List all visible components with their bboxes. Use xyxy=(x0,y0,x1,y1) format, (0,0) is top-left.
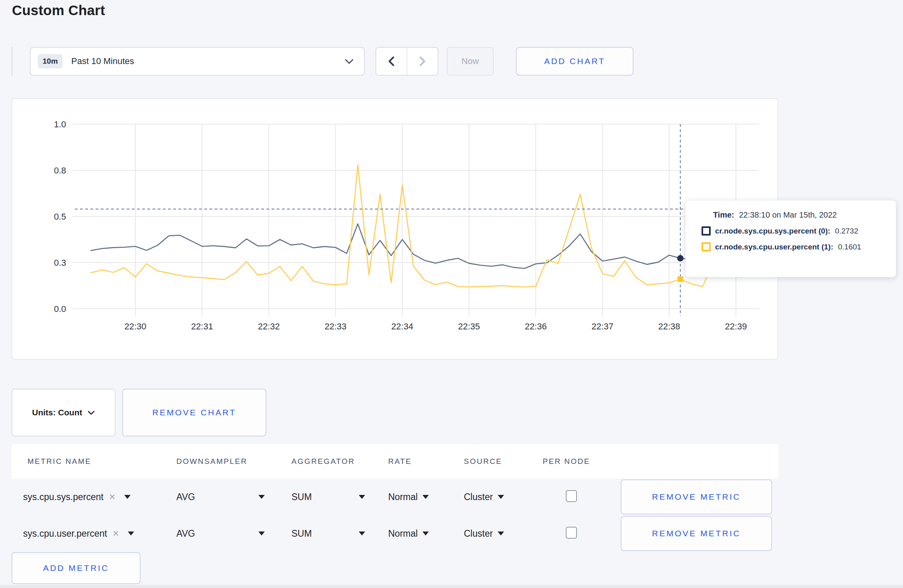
source-value: Cluster xyxy=(464,492,493,502)
x-axis-tick-label: 22:31 xyxy=(191,321,213,331)
per-node-checkbox[interactable] xyxy=(566,527,577,539)
time-range-dropdown[interactable]: 10m Past 10 Minutes xyxy=(30,47,365,76)
y-axis-tick-label: 0.3 xyxy=(54,258,66,268)
tooltip-series-row: cr.node.sys.cpu.sys.percent (0): 0.2732 xyxy=(702,226,896,236)
column-header-aggregator: AGGREGATOR xyxy=(291,457,388,466)
caret-down-icon xyxy=(498,495,504,499)
tooltip-time-row: Time: 22:38:10 on Mar 15th, 2022 xyxy=(702,210,896,220)
x-axis-tick-label: 22:36 xyxy=(525,321,547,331)
metric-row: sys.cpu.user.percent × AVG SUM Normal Cl… xyxy=(12,515,778,552)
rate-value: Normal xyxy=(388,492,418,502)
column-header-downsampler: DOWNSAMPLER xyxy=(176,457,291,466)
add-metric-button[interactable]: ADD METRIC xyxy=(12,552,141,584)
caret-down-icon xyxy=(258,532,265,535)
caret-down-icon xyxy=(422,495,429,499)
per-node-checkbox[interactable] xyxy=(566,490,577,502)
y-axis-tick-label: 1.0 xyxy=(54,119,66,129)
downsampler-value: AVG xyxy=(176,492,195,502)
sys-series-swatch-icon xyxy=(702,226,711,236)
tooltip-series-name: cr.node.sys.cpu.user.percent (1): xyxy=(715,243,833,251)
units-label: Units: Count xyxy=(32,408,82,417)
tooltip-series-value: 0.2732 xyxy=(835,227,858,236)
aggregator-select[interactable]: SUM xyxy=(291,492,365,502)
close-icon[interactable]: × xyxy=(113,528,119,539)
caret-down-icon xyxy=(258,495,265,499)
x-axis-tick-label: 22:33 xyxy=(324,321,346,331)
caret-down-icon xyxy=(422,532,429,535)
caret-down-icon xyxy=(359,495,365,499)
step-forward-button[interactable] xyxy=(407,48,438,75)
metrics-table: METRIC NAME DOWNSAMPLER AGGREGATOR RATE … xyxy=(12,444,778,552)
metric-name-value[interactable]: sys.cpu.user.percent xyxy=(23,528,107,539)
close-icon[interactable]: × xyxy=(109,492,115,502)
caret-down-icon[interactable] xyxy=(128,532,134,535)
time-range-label: Past 10 Minutes xyxy=(71,56,134,66)
tooltip-time-label: Time: xyxy=(713,210,734,220)
aggregator-value: SUM xyxy=(291,528,312,539)
rate-select[interactable]: Normal xyxy=(388,528,464,539)
x-axis-tick-label: 22:32 xyxy=(258,321,280,331)
x-axis-tick-label: 22:34 xyxy=(391,321,413,331)
downsampler-select[interactable]: AVG xyxy=(176,492,265,502)
column-header-source: SOURCE xyxy=(464,457,543,466)
x-axis-tick-label: 22:35 xyxy=(458,321,480,331)
user-series-swatch-icon xyxy=(702,242,711,251)
column-header-metric-name: METRIC NAME xyxy=(12,457,176,466)
x-axis-tick-label: 22:37 xyxy=(592,321,614,331)
x-axis-tick-label: 22:39 xyxy=(725,321,747,331)
caret-down-icon[interactable] xyxy=(124,495,131,499)
step-back-button[interactable] xyxy=(376,48,407,75)
now-button[interactable]: Now xyxy=(447,47,494,76)
aggregator-select[interactable]: SUM xyxy=(291,528,365,539)
metrics-table-header: METRIC NAME DOWNSAMPLER AGGREGATOR RATE … xyxy=(12,444,778,479)
source-select[interactable]: Cluster xyxy=(464,492,543,502)
y-axis-tick-label: 0.0 xyxy=(54,304,66,314)
chevron-down-icon xyxy=(345,59,354,64)
aggregator-value: SUM xyxy=(291,492,312,502)
x-axis-tick-label: 22:30 xyxy=(124,321,146,331)
x-axis-tick-label: 22:38 xyxy=(658,321,680,331)
y-axis-tick-label: 0.5 xyxy=(54,212,66,222)
tooltip-series-name: cr.node.sys.cpu.sys.percent (0): xyxy=(715,227,830,236)
remove-metric-button[interactable]: REMOVE METRIC xyxy=(621,516,772,551)
chevron-right-icon xyxy=(418,56,426,66)
chart-hover-tooltip: Time: 22:38:10 on Mar 15th, 2022 cr.node… xyxy=(685,200,896,277)
caret-down-icon xyxy=(359,532,365,535)
bottom-edge-strip xyxy=(0,585,903,588)
chevron-left-icon xyxy=(387,56,395,66)
source-select[interactable]: Cluster xyxy=(464,528,543,539)
add-chart-button[interactable]: ADD CHART xyxy=(516,47,633,76)
column-header-per-node: PER NODE xyxy=(543,457,620,466)
caret-down-icon xyxy=(498,532,504,535)
rate-value: Normal xyxy=(388,528,418,539)
metrics-line-chart[interactable]: 0.00.30.50.81.022:3022:3122:3222:3322:34… xyxy=(12,99,778,359)
tooltip-series-value: 0.1601 xyxy=(838,243,861,251)
page-title: Custom Chart xyxy=(12,2,105,18)
tooltip-time-value: 22:38:10 on Mar 15th, 2022 xyxy=(739,210,837,220)
column-header-rate: RATE xyxy=(388,457,464,466)
chevron-down-icon xyxy=(88,411,95,415)
downsampler-select[interactable]: AVG xyxy=(176,528,265,539)
remove-metric-button[interactable]: REMOVE METRIC xyxy=(621,479,772,514)
rate-select[interactable]: Normal xyxy=(388,492,464,502)
metric-row: sys.cpu.sys.percent × AVG SUM Normal Clu… xyxy=(12,479,778,515)
time-step-buttons xyxy=(375,47,438,76)
source-value: Cluster xyxy=(464,528,493,539)
downsampler-value: AVG xyxy=(176,528,195,539)
y-axis-tick-label: 0.8 xyxy=(54,165,66,175)
time-range-badge: 10m xyxy=(38,54,63,68)
metric-name-value[interactable]: sys.cpu.sys.percent xyxy=(23,492,104,502)
left-divider xyxy=(12,47,12,76)
units-dropdown[interactable]: Units: Count xyxy=(12,389,115,436)
custom-chart-card: 0.00.30.50.81.022:3022:3122:3222:3322:34… xyxy=(12,98,778,360)
remove-chart-button[interactable]: REMOVE CHART xyxy=(122,389,266,436)
tooltip-series-row: cr.node.sys.cpu.user.percent (1): 0.1601 xyxy=(702,242,896,251)
